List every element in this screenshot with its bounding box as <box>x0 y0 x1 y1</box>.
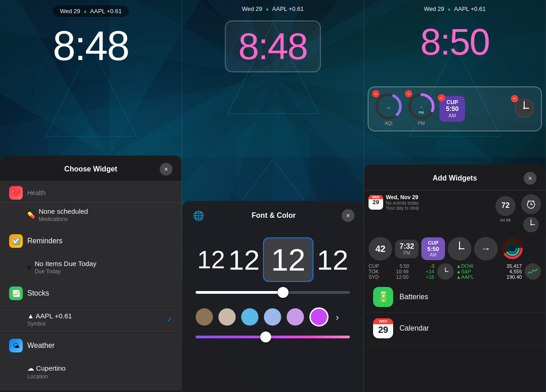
cup-550-label: CUP <box>426 240 440 246</box>
widget-edit-row: − -- AQI − -- PM <box>368 86 542 131</box>
panel2-day: Wed 29 <box>242 5 263 12</box>
panel3-stock: AAPL +0.61 <box>454 5 485 12</box>
panel1-day: Wed 29 <box>60 8 81 15</box>
reminders-sub-item[interactable]: ≡ No Items Due Today Due Today <box>0 255 182 280</box>
alarm-icon <box>526 199 536 210</box>
font-size-4[interactable]: 12 <box>317 244 348 276</box>
reminders-name: Reminders <box>27 237 62 245</box>
health-widget-item[interactable]: ❤️ Health <box>0 181 182 203</box>
aapl-market-label: ▲AAPL <box>456 274 474 280</box>
clock-minus-button[interactable]: − <box>511 95 518 102</box>
svg-text:72: 72 <box>501 201 510 209</box>
market-syd-row: SYD 12:50 +16 <box>369 274 435 280</box>
reminders-due-text: No Items Due Today <box>35 260 96 267</box>
cup-ampm: AM <box>449 113 456 118</box>
panel3-stock-arrow: ▲ <box>447 6 451 11</box>
panel2-clock: 8:48 <box>225 20 321 72</box>
pm-minus-button[interactable]: − <box>405 90 412 97</box>
aapl-market-value: 190.40 <box>506 274 522 280</box>
panel1-topbar: Wed 29 ▲ AAPL +0.61 <box>53 5 129 17</box>
globe-button[interactable]: 🌐 <box>191 208 206 223</box>
aqi-minus-button[interactable]: − <box>372 90 379 97</box>
svg-point-43 <box>459 248 460 250</box>
panel1-stock-arrow: ▲ <box>83 9 87 14</box>
cupertino-sub-item[interactable]: ☁ Cupertino Location <box>0 360 182 385</box>
panel3-topbar: Wed 29 ▲ AAPL +0.61 <box>424 5 486 12</box>
aapl-market-row: ▲AAPL 190.40 <box>456 274 522 280</box>
aapl-sub-item[interactable]: ▲ AAPL +0.61 Symbol ✓ <box>0 307 182 332</box>
no-events-text: No events today <box>386 201 420 206</box>
panel-left: Wed 29 ▲ AAPL +0.61 8:48 Choose Widget ×… <box>0 0 182 392</box>
reminders-icon: ☑️ <box>9 234 23 248</box>
alarm-circle <box>521 194 541 214</box>
aapl-text: ▲ AAPL +0.61 <box>27 312 72 320</box>
market-clock-svg <box>439 265 452 278</box>
activity-rings-svg <box>500 237 524 261</box>
panel2-stock-arrow: ▲ <box>265 6 269 11</box>
weather-name: Weather <box>27 342 55 350</box>
weather-widget-item[interactable]: 🌤 Weather <box>0 332 182 359</box>
color-slider-thumb[interactable] <box>260 332 271 342</box>
calendar-name: Calendar <box>399 324 429 332</box>
add-widgets-close-button[interactable]: × <box>524 172 536 185</box>
medications-icon: 💊 <box>27 211 35 219</box>
more-colors-indicator: › <box>336 312 339 322</box>
market-right: ▲DOW 35,417 ▲S&P 4,555 ▲AAPL 190.40 <box>456 263 522 280</box>
second-widgets-row: 42 7:32 PM CUP 5:50 AM <box>369 237 541 261</box>
calendar-icon: WED 29 <box>369 195 383 210</box>
time-732-text: 7:32 <box>399 242 414 251</box>
color-swatch-3[interactable] <box>241 308 258 326</box>
time-732-label: PM <box>399 251 414 256</box>
color-swatch-4[interactable] <box>264 308 281 326</box>
medications-text: None scheduled <box>39 207 88 215</box>
market-tok-time: 10:49 <box>396 269 409 274</box>
aapl-checkmark: ✓ <box>167 315 172 324</box>
stocks-name: Stocks <box>27 289 49 297</box>
sheet-content[interactable]: ❤️ Health 💊 None scheduled Medications <box>0 181 182 391</box>
event-text-area: Wed, Nov 29 No events today Your day is … <box>386 194 420 211</box>
reminders-widget-item[interactable]: ☑️ Reminders <box>0 228 182 255</box>
panel2-stock: AAPL +0.61 <box>272 5 303 12</box>
market-tok-chg: +14 <box>426 269 435 274</box>
color-swatch-1[interactable] <box>196 308 213 326</box>
batteries-icon: 🔋 <box>373 287 393 307</box>
font-color-sheet: 🌐 Font & Color × 12 12 12 12 <box>182 201 364 392</box>
cupertino-label: Location <box>27 373 172 380</box>
add-widgets-title: Add Widgets <box>433 174 477 182</box>
time-732-widget: 7:32 PM <box>395 240 419 258</box>
market-syd-sym: SYD <box>369 274 379 280</box>
stocks-info-section: WED 29 Wed, Nov 29 No events today Your … <box>364 191 546 281</box>
cup-time: 5:50 <box>446 106 459 112</box>
color-swatch-5[interactable] <box>287 308 304 326</box>
font-close-button[interactable]: × <box>342 209 354 222</box>
clear-text: Your day is clear <box>386 206 420 211</box>
calendar-day: 29 <box>373 199 379 205</box>
color-slider-container <box>182 331 364 343</box>
font-size-2[interactable]: 12 <box>228 244 260 276</box>
market-syd-time: 12:50 <box>396 274 409 280</box>
panel3-day: Wed 29 <box>424 5 445 12</box>
panel-right: Wed 29 ▲ AAPL +0.61 8:50 − -- AQI <box>364 0 546 392</box>
close-widget-button[interactable]: × <box>160 163 172 176</box>
cup-550-time: 5:50 <box>426 246 440 252</box>
font-size-1[interactable]: 12 <box>197 245 225 274</box>
font-size-3-selected[interactable]: 12 <box>263 237 314 282</box>
calendar-list-item[interactable]: WED 29 Calendar <box>364 313 546 344</box>
color-swatch-6-selected[interactable] <box>309 307 329 327</box>
batteries-list-item[interactable]: 🔋 Batteries <box>364 281 546 313</box>
medications-widget-item[interactable]: 💊 None scheduled Medications <box>0 203 182 227</box>
market-tok-sym: TOK <box>369 269 379 274</box>
svg-text:PM: PM <box>419 111 424 115</box>
date-area: WED 29 Wed, Nov 29 No events today Your … <box>369 194 490 211</box>
stocks-widget-item[interactable]: 📈 Stocks <box>0 280 182 307</box>
conditions-sub-item[interactable]: ☁ 72° Conditions <box>0 385 182 391</box>
batteries-name: Batteries <box>399 293 428 301</box>
dow-label: ▲DOW <box>456 263 474 269</box>
health-icon: ❤️ <box>9 186 23 200</box>
panel-center: Wed 29 ▲ AAPL +0.61 8:48 🌐 Font & Color … <box>182 0 364 392</box>
color-swatch-2[interactable] <box>218 308 236 326</box>
size-slider-thumb[interactable] <box>278 287 288 298</box>
add-widgets-sheet: Add Widgets × WED 29 Wed, Nov 29 <box>364 165 546 392</box>
size-slider-fill <box>196 291 280 294</box>
pm-widget: − -- PM PM <box>407 92 436 126</box>
